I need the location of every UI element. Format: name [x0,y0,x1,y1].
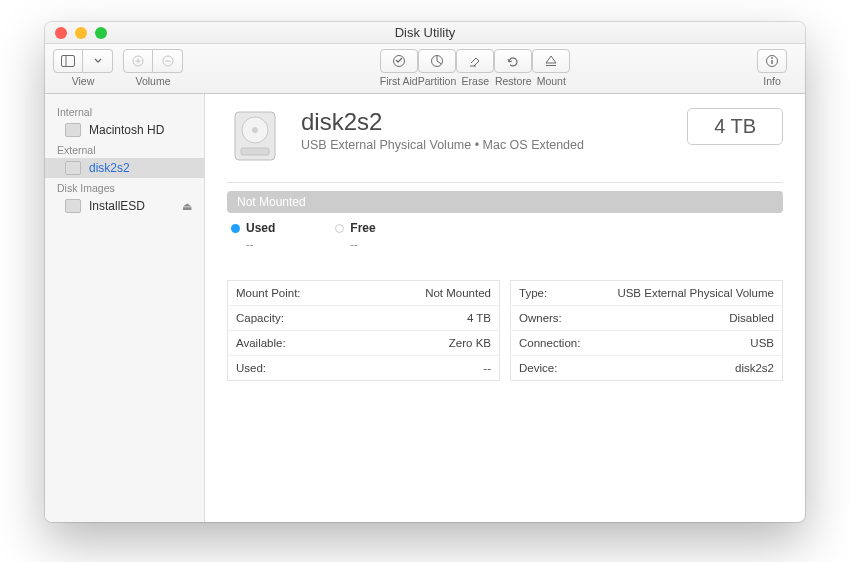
toolbar-view-group: View [53,49,113,87]
disk-small-icon [65,161,81,175]
toolbar-actions: First Aid Partition Erase Restore [380,49,571,87]
info-tables: Mount Point:Not MountedCapacity:4 TBAvai… [227,280,783,381]
free-label: Free [350,221,375,235]
sidebar-item-label: Macintosh HD [89,123,164,137]
sidebar-heading: Disk Images [45,178,204,196]
partition-label: Partition [418,75,457,87]
mount-label: Mount [537,75,566,87]
info-key: Device: [511,356,595,381]
info-row: Available:Zero KB [228,331,500,356]
window-title: Disk Utility [45,25,805,40]
erase-button[interactable] [456,49,494,73]
restore-icon [505,54,521,68]
svg-point-12 [771,57,773,59]
info-icon [764,54,780,68]
restore-label: Restore [495,75,532,87]
sidebar-item[interactable]: disk2s2 [45,158,204,178]
mount-button[interactable] [532,49,570,73]
used-label: Used [246,221,275,235]
info-key: Owners: [511,306,595,331]
svg-rect-17 [241,148,269,155]
sidebar-heading: Internal [45,102,204,120]
free-swatch [335,224,344,233]
svg-rect-0 [62,56,75,67]
disk-small-icon [65,199,81,213]
close-icon[interactable] [55,27,67,39]
info-key: Available: [228,331,363,356]
info-value: Not Mounted [362,281,499,306]
sidebar: InternalMacintosh HDExternaldisk2s2Disk … [45,94,205,522]
window-controls [45,27,107,39]
main-panel: disk2s2 USB External Physical Volume • M… [205,94,805,522]
info-value: 4 TB [362,306,499,331]
info-value: disk2s2 [595,356,783,381]
free-value: -- [335,238,375,250]
toolbar: View Volume First Aid [45,44,805,94]
toolbar-info-group: Info [757,49,787,87]
info-key: Type: [511,281,595,306]
toolbar-volume-label: Volume [135,75,170,87]
sidebar-item[interactable]: Macintosh HD [45,120,204,140]
usage-legend: Used -- Free -- [227,221,783,256]
capacity-badge: 4 TB [687,108,783,145]
info-value: Disabled [595,306,783,331]
volume-remove-button[interactable] [153,49,183,73]
info-row: Mount Point:Not Mounted [228,281,500,306]
sidebar-item-label: disk2s2 [89,161,130,175]
view-mode-dropdown[interactable] [83,49,113,73]
erase-icon [467,54,483,68]
info-table-right: Type:USB External Physical VolumeOwners:… [510,280,783,381]
info-value: USB External Physical Volume [595,281,783,306]
volume-subtitle: USB External Physical Volume • Mac OS Ex… [301,138,584,152]
toolbar-view-label: View [72,75,95,87]
volume-remove-icon [161,55,175,67]
mount-icon [543,54,559,68]
volume-title: disk2s2 [301,108,584,136]
svg-point-16 [252,127,258,133]
toolbar-volume-group: Volume [123,49,183,87]
disk-small-icon [65,123,81,137]
hard-disk-icon [227,108,283,164]
info-button[interactable] [757,49,787,73]
sidebar-layout-icon [61,55,75,67]
info-row: Device:disk2s2 [511,356,783,381]
erase-label: Erase [462,75,489,87]
info-row: Type:USB External Physical Volume [511,281,783,306]
status-bar: Not Mounted [227,191,783,213]
info-table-left: Mount Point:Not MountedCapacity:4 TBAvai… [227,280,500,381]
info-value: -- [362,356,499,381]
minimize-icon[interactable] [75,27,87,39]
partition-button[interactable] [418,49,456,73]
sidebar-item[interactable]: InstallESD⏏ [45,196,204,216]
restore-button[interactable] [494,49,532,73]
info-key: Mount Point: [228,281,363,306]
eject-icon[interactable]: ⏏ [182,200,192,213]
divider [227,182,783,183]
info-row: Used:-- [228,356,500,381]
sidebar-item-label: InstallESD [89,199,145,213]
info-row: Connection:USB [511,331,783,356]
titlebar: Disk Utility [45,22,805,44]
volume-add-button[interactable] [123,49,153,73]
first-aid-label: First Aid [380,75,418,87]
used-value: -- [231,238,275,250]
first-aid-button[interactable] [380,49,418,73]
info-value: USB [595,331,783,356]
disk-utility-window: Disk Utility View Vol [45,22,805,522]
info-row: Owners:Disabled [511,306,783,331]
info-key: Capacity: [228,306,363,331]
volume-add-icon [131,55,145,67]
info-key: Used: [228,356,363,381]
partition-icon [429,54,445,68]
used-swatch [231,224,240,233]
info-key: Connection: [511,331,595,356]
view-mode-button[interactable] [53,49,83,73]
info-row: Capacity:4 TB [228,306,500,331]
toolbar-info-label: Info [763,75,781,87]
first-aid-icon [391,54,407,68]
zoom-icon[interactable] [95,27,107,39]
info-value: Zero KB [362,331,499,356]
chevron-down-icon [94,58,102,64]
sidebar-heading: External [45,140,204,158]
